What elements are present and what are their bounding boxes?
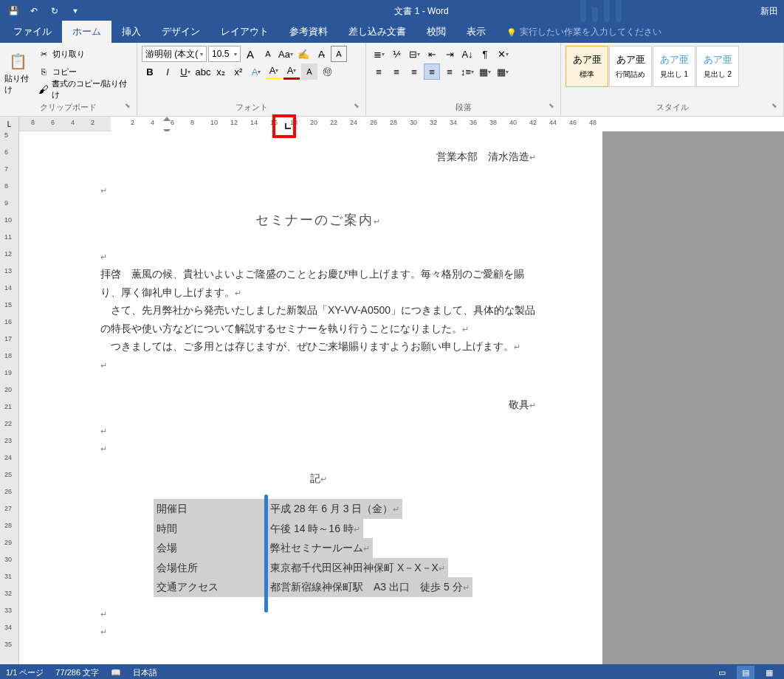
styles-launcher-icon[interactable]: ⬊ bbox=[771, 102, 777, 109]
superscript-icon[interactable]: x² bbox=[230, 63, 247, 80]
show-marks-icon[interactable]: ¶ bbox=[477, 46, 493, 62]
tab-design[interactable]: デザイン bbox=[151, 21, 210, 43]
font-label: フォント bbox=[235, 103, 268, 111]
undo-icon[interactable]: ↶ bbox=[25, 2, 43, 20]
bulb-icon bbox=[506, 27, 517, 38]
italic-icon[interactable]: I bbox=[159, 63, 176, 80]
line-spacing-icon[interactable]: ↕≡▾ bbox=[459, 63, 475, 80]
para-launcher-icon[interactable]: ⬊ bbox=[549, 102, 554, 109]
tab-layout[interactable]: レイアウト bbox=[210, 21, 279, 43]
strike-icon[interactable]: abc bbox=[195, 63, 211, 80]
grow-font-icon[interactable]: A bbox=[242, 46, 258, 62]
paste-icon: 📋 bbox=[8, 51, 29, 72]
brush-icon bbox=[38, 83, 49, 95]
annotation-blue-line bbox=[264, 494, 268, 613]
user-name[interactable]: 新田 bbox=[754, 5, 784, 18]
annotation-highlight-box bbox=[272, 114, 296, 138]
tab-selector[interactable]: L bbox=[0, 117, 19, 131]
doc-keigu: 敬具↵ bbox=[100, 396, 536, 414]
copy-button[interactable]: コピー bbox=[35, 63, 132, 80]
font-launcher-icon[interactable]: ⬊ bbox=[354, 102, 360, 109]
char-border-icon[interactable]: A bbox=[331, 46, 347, 62]
tab-references[interactable]: 参考資料 bbox=[279, 21, 338, 43]
copy-icon bbox=[38, 66, 49, 77]
clear-format-icon[interactable]: A̶ bbox=[313, 46, 329, 62]
ribbon-tabs: ファイル ホーム 挿入 デザイン レイアウト 参考資料 差し込み文書 校閲 表示… bbox=[0, 22, 784, 43]
text-effects-icon[interactable]: A▾ bbox=[248, 63, 264, 80]
align-center-icon[interactable]: ≡ bbox=[388, 63, 405, 80]
enclose-char-icon[interactable]: ㊞ bbox=[319, 63, 335, 80]
para-label: 段落 bbox=[455, 103, 472, 111]
qat-customize-icon[interactable]: ▼ bbox=[66, 2, 84, 20]
align-right-icon[interactable]: ≡ bbox=[406, 63, 422, 80]
font-size-select[interactable]: 10.5▾ bbox=[208, 46, 241, 62]
shading-icon[interactable]: ▦▾ bbox=[477, 63, 493, 80]
word-count[interactable]: 77/286 文字 bbox=[55, 667, 99, 678]
cut-button[interactable]: 切り取り bbox=[35, 46, 132, 62]
decrease-indent-icon[interactable]: ⇤ bbox=[424, 46, 440, 62]
clipboard-launcher-icon[interactable]: ⬊ bbox=[125, 102, 131, 109]
tell-me-search[interactable]: 実行したい作業を入力してください bbox=[496, 21, 672, 43]
tab-file[interactable]: ファイル bbox=[3, 21, 62, 43]
style-normal[interactable]: あア亜標準 bbox=[565, 46, 608, 87]
page-count[interactable]: 1/1 ページ bbox=[6, 667, 44, 678]
bullets-icon[interactable]: ≣▾ bbox=[371, 46, 387, 62]
table-row: 会場弊社セミナールーム↵ bbox=[154, 538, 536, 558]
first-line-indent-marker[interactable] bbox=[163, 117, 171, 121]
sort-icon[interactable]: A↓ bbox=[459, 46, 475, 62]
doc-header: 営業本部 清水浩造↵ bbox=[100, 148, 536, 166]
underline-icon[interactable]: U▾ bbox=[177, 63, 193, 80]
shrink-font-icon[interactable]: A bbox=[260, 46, 276, 62]
tab-review[interactable]: 校閲 bbox=[416, 21, 456, 43]
document-scroll-area[interactable]: 営業本部 清水浩造↵ ↵ セミナーのご案内↵ ↵ 拝啓 薫風の候、貴社いよいよご… bbox=[19, 131, 784, 664]
horizontal-ruler[interactable]: 8642246810121416182022242628303234363840… bbox=[19, 117, 784, 131]
style-h2[interactable]: あア亜見出し 2 bbox=[696, 46, 739, 87]
bold-icon[interactable]: B bbox=[142, 63, 158, 80]
page[interactable]: 営業本部 清水浩造↵ ↵ セミナーのご案内↵ ↵ 拝啓 薫風の候、貴社いよいよご… bbox=[19, 131, 602, 664]
doc-title: セミナーのご案内↵ bbox=[100, 209, 536, 232]
read-mode-icon[interactable]: ▭ bbox=[713, 666, 731, 679]
quick-access-toolbar: 💾 ↶ ↻ ▼ bbox=[0, 2, 89, 20]
justify-icon[interactable]: ≡ bbox=[424, 63, 440, 80]
group-font: 游明朝 (本文(▾ 10.5▾ A A Aa▾ ✍ A̶ A B I U▾ ab… bbox=[137, 43, 366, 116]
change-case-icon[interactable]: Aa▾ bbox=[278, 46, 294, 62]
highlight-icon[interactable]: A▾ bbox=[266, 63, 282, 80]
numbering-icon[interactable]: ⅟▾ bbox=[388, 46, 405, 62]
borders-icon[interactable]: ▦▾ bbox=[495, 63, 511, 80]
tab-mailings[interactable]: 差し込み文書 bbox=[338, 21, 416, 43]
redo-icon[interactable]: ↻ bbox=[46, 2, 63, 20]
char-shading-icon[interactable]: A bbox=[301, 63, 317, 80]
document-workspace: 5678910111213141516171819202122232425262… bbox=[0, 131, 784, 664]
language[interactable]: 日本語 bbox=[133, 667, 157, 678]
align-left-icon[interactable]: ≡ bbox=[371, 63, 387, 80]
group-clipboard: 📋 貼り付け 切り取り コピー 書式のコピー/貼り付け クリップボード⬊ bbox=[0, 43, 137, 116]
font-color-icon[interactable]: A▾ bbox=[283, 63, 300, 80]
format-painter-button[interactable]: 書式のコピー/貼り付け bbox=[35, 81, 132, 97]
ribbon: 📋 貼り付け 切り取り コピー 書式のコピー/貼り付け クリップボード⬊ 游明朝… bbox=[0, 43, 784, 117]
proofing-icon[interactable]: 📖 bbox=[111, 668, 121, 678]
distribute-icon[interactable]: ≡ bbox=[441, 63, 458, 80]
web-layout-icon[interactable]: ▦ bbox=[760, 666, 778, 679]
table-row: 開催日平成 28 年 6 月 3 日（金）↵ bbox=[154, 499, 536, 519]
save-icon[interactable]: 💾 bbox=[4, 2, 22, 20]
asian-layout-icon[interactable]: ✕▾ bbox=[495, 46, 511, 62]
doc-ki: 記↵ bbox=[100, 469, 536, 488]
phonetic-guide-icon[interactable]: ✍ bbox=[295, 46, 312, 62]
info-table: 開催日平成 28 年 6 月 3 日（金）↵時間午後 14 時～16 時↵会場弊… bbox=[154, 499, 536, 597]
paste-button[interactable]: 📋 貼り付け bbox=[4, 46, 32, 100]
clipboard-label: クリップボード bbox=[40, 103, 97, 111]
style-gallery: あア亜標準 あア亜行間詰め あア亜見出し 1 あア亜見出し 2 bbox=[565, 46, 739, 100]
table-row: 交通アクセス都営新宿線神保町駅 A3 出口 徒歩 5 分↵ bbox=[154, 577, 536, 597]
tab-home[interactable]: ホーム bbox=[62, 21, 111, 43]
doc-p3: つきましては、ご多用とは存じますが、ぜひご来場賜りますようお願い申し上げます。↵ bbox=[100, 337, 536, 356]
multilevel-icon[interactable]: ⊟▾ bbox=[406, 46, 422, 62]
vertical-ruler[interactable]: 5678910111213141516171819202122232425262… bbox=[0, 131, 19, 664]
font-name-select[interactable]: 游明朝 (本文(▾ bbox=[142, 46, 207, 62]
tab-view[interactable]: 表示 bbox=[456, 21, 496, 43]
style-h1[interactable]: あア亜見出し 1 bbox=[653, 46, 695, 87]
increase-indent-icon[interactable]: ⇥ bbox=[441, 46, 458, 62]
tab-insert[interactable]: 挿入 bbox=[111, 21, 151, 43]
print-layout-icon[interactable]: ▤ bbox=[737, 666, 754, 679]
style-nogap[interactable]: あア亜行間詰め bbox=[609, 46, 652, 87]
subscript-icon[interactable]: x₂ bbox=[213, 63, 229, 80]
